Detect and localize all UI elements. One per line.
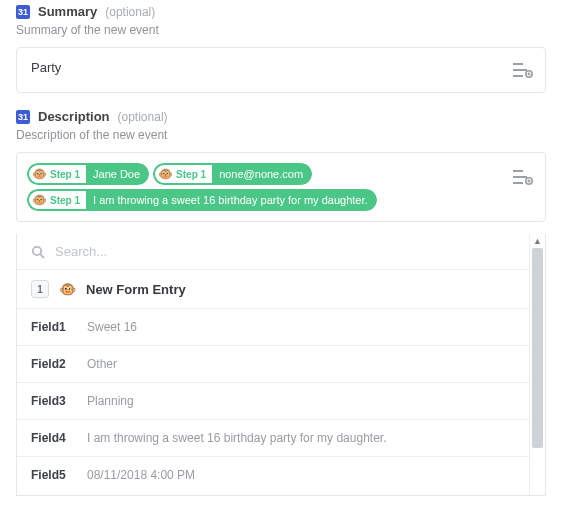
field-picker-body: 1 🐵 New Form Entry Field1 Sweet 16 Field…: [17, 234, 529, 495]
field-value: Planning: [87, 394, 134, 408]
description-label-row: 31 Description (optional): [16, 109, 546, 124]
description-input[interactable]: 🐵Step 1 Jane Doe 🐵Step 1 none@none.com 🐵…: [16, 152, 546, 222]
summary-hint: Summary of the new event: [16, 23, 546, 37]
data-tag[interactable]: 🐵Step 1 I am throwing a sweet 16 birthda…: [27, 189, 377, 211]
description-optional: (optional): [118, 110, 168, 124]
field-row[interactable]: Field5 08/11/2018 4:00 PM: [17, 457, 529, 493]
scroll-thumb[interactable]: [532, 248, 543, 448]
svg-line-13: [40, 254, 44, 258]
description-tags: 🐵Step 1 Jane Doe 🐵Step 1 none@none.com 🐵…: [27, 163, 497, 211]
description-title: Description: [38, 109, 110, 124]
data-tag[interactable]: 🐵Step 1 Jane Doe: [27, 163, 149, 185]
summary-input[interactable]: Party: [16, 47, 546, 93]
data-tag[interactable]: 🐵Step 1 none@none.com: [153, 163, 312, 185]
summary-optional: (optional): [105, 5, 155, 19]
search-icon: [31, 245, 45, 259]
field-value: 08/11/2018 4:00 PM: [87, 468, 195, 482]
form-icon: 🐵: [32, 167, 47, 181]
calendar-icon: 31: [16, 5, 30, 19]
entry-title: New Form Entry: [86, 282, 186, 297]
summary-section: 31 Summary (optional) Summary of the new…: [0, 0, 562, 105]
form-icon: 🐵: [158, 167, 173, 181]
summary-value: Party: [31, 60, 61, 75]
scroll-up-icon[interactable]: ▲: [530, 234, 545, 248]
scrollbar[interactable]: ▲: [529, 234, 545, 495]
form-icon: 🐵: [59, 281, 76, 297]
form-icon: 🐵: [32, 193, 47, 207]
field-name: Field1: [31, 320, 87, 334]
field-value: Sweet 16: [87, 320, 137, 334]
field-value: Other: [87, 357, 117, 371]
field-row[interactable]: Field2 Other: [17, 346, 529, 383]
search-input[interactable]: [55, 244, 515, 259]
entry-number: 1: [31, 280, 49, 298]
field-value: I am throwing a sweet 16 birthday party …: [87, 431, 386, 445]
field-name: Field3: [31, 394, 87, 408]
search-row: [17, 234, 529, 270]
field-picker: 1 🐵 New Form Entry Field1 Sweet 16 Field…: [16, 234, 546, 496]
insert-data-icon[interactable]: [509, 56, 537, 84]
summary-title: Summary: [38, 4, 97, 19]
field-row[interactable]: Field4 I am throwing a sweet 16 birthday…: [17, 420, 529, 457]
entry-header[interactable]: 1 🐵 New Form Entry: [17, 270, 529, 309]
field-row[interactable]: Field3 Planning: [17, 383, 529, 420]
svg-point-12: [33, 246, 41, 254]
field-name: Field2: [31, 357, 87, 371]
field-name: Field5: [31, 468, 87, 482]
insert-data-icon[interactable]: [509, 163, 537, 191]
summary-label-row: 31 Summary (optional): [16, 4, 546, 19]
calendar-icon: 31: [16, 110, 30, 124]
field-name: Field4: [31, 431, 87, 445]
description-hint: Description of the new event: [16, 128, 546, 142]
description-section: 31 Description (optional) Description of…: [0, 105, 562, 234]
field-row[interactable]: Field1 Sweet 16: [17, 309, 529, 346]
